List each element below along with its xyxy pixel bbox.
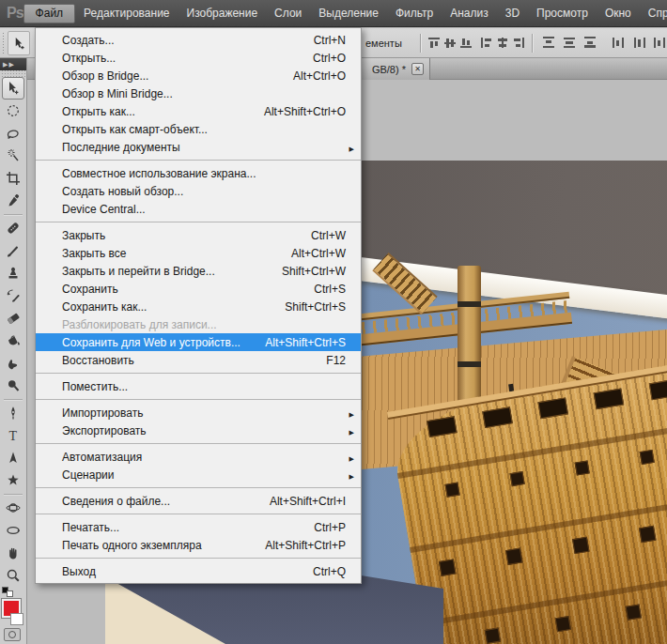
file-menu-item[interactable]: Последние документы — [36, 138, 361, 156]
healing-brush-tool[interactable] — [0, 217, 26, 239]
menubar-item[interactable]: Окно — [597, 4, 640, 23]
file-menu-item[interactable]: Сохранить Ctrl+S — [36, 280, 361, 298]
show-controls-label-fragment: ементы — [365, 38, 402, 49]
smudge-tool[interactable] — [0, 352, 26, 375]
distribute-vertical-centers-icon[interactable] — [563, 37, 576, 49]
pen-tool[interactable] — [0, 402, 26, 424]
quick-mask-button[interactable] — [4, 628, 21, 641]
file-menu-item[interactable]: Создать... Ctrl+N — [36, 31, 361, 49]
file-menu-item[interactable]: Сохранить для Web и устройств... Alt+Shi… — [36, 333, 361, 351]
file-menu-item[interactable]: Восстановить F12 — [36, 351, 361, 369]
submenu-arrow-icon — [346, 141, 354, 154]
file-menu-item[interactable]: Сценарии — [36, 466, 361, 483]
lasso-tool[interactable] — [0, 122, 26, 145]
options-separator — [532, 34, 533, 53]
file-menu-item[interactable]: Автоматизация — [36, 448, 361, 466]
menubar-item[interactable]: Слои — [266, 4, 310, 23]
menubar-item[interactable]: Просмотр — [528, 4, 597, 23]
file-menu-item[interactable]: Закрыть Ctrl+W — [36, 226, 361, 244]
zoom-tool[interactable] — [0, 564, 26, 587]
file-menu-item[interactable]: Сведения о файле... Alt+Shift+Ctrl+I — [36, 492, 361, 510]
file-menu-item[interactable]: Совместное использование экрана... — [36, 164, 361, 182]
file-menu-item[interactable]: Экспортировать — [36, 422, 361, 439]
menu-separator — [36, 373, 361, 374]
file-menu-item[interactable]: Поместить... — [36, 377, 361, 395]
align-bottom-edges-icon[interactable] — [459, 37, 473, 49]
distribute-horizontal-centers-icon[interactable] — [633, 37, 646, 49]
menu-separator — [36, 222, 361, 222]
menubar-item[interactable]: Спр — [640, 4, 667, 23]
file-menu-item[interactable]: Обзор в Bridge... Alt+Ctrl+O — [36, 67, 361, 84]
align-vertical-centers-icon[interactable] — [443, 37, 457, 49]
custom-shape-tool[interactable] — [0, 469, 26, 492]
align-right-edges-icon[interactable] — [512, 37, 525, 49]
path-selection-tool[interactable] — [0, 447, 26, 469]
file-menu-item[interactable]: Выход Ctrl+Q — [36, 562, 361, 580]
file-menu-item[interactable]: Device Central... — [36, 200, 361, 218]
file-menu-item[interactable]: Закрыть все Alt+Ctrl+W — [36, 244, 361, 262]
menubar: Ps Файл Редактирование Изображение Слои … — [0, 0, 667, 27]
clone-stamp-tool[interactable] — [0, 262, 26, 284]
3d-orbit-tool[interactable] — [0, 519, 26, 542]
file-menu-dropdown: Создать... Ctrl+N Открыть... Ctrl+O Обзо… — [35, 27, 362, 584]
align-horizontal-centers-icon[interactable] — [496, 37, 509, 49]
collapse-panel-icon[interactable] — [0, 58, 26, 70]
file-menu-item[interactable]: Сохранить как... Shift+Ctrl+S — [36, 298, 361, 315]
move-tool-icon — [12, 37, 26, 51]
tool-preset-picker[interactable] — [8, 31, 30, 55]
distribute-left-edges-icon[interactable] — [613, 37, 626, 49]
dodge-tool[interactable] — [0, 375, 26, 397]
menubar-item[interactable]: Анализ — [442, 4, 497, 23]
file-menu-item[interactable]: Обзор в Mini Bridge... — [36, 84, 361, 102]
move-tool[interactable] — [2, 77, 24, 100]
file-menu-items: Создать... Ctrl+N Открыть... Ctrl+O Обзо… — [36, 31, 361, 580]
panel-grip-icon — [0, 70, 26, 77]
menubar-item[interactable]: Выделение — [310, 4, 387, 23]
file-menu-item[interactable]: Печатать... Ctrl+P — [36, 518, 361, 536]
file-menu-item[interactable]: Импортировать — [36, 404, 361, 422]
close-icon[interactable]: ✕ — [411, 63, 424, 75]
crop-tool[interactable] — [0, 167, 26, 190]
type-tool[interactable]: T — [0, 424, 26, 447]
align-top-edges-icon[interactable] — [427, 37, 441, 49]
default-colors-icon[interactable] — [2, 587, 14, 597]
history-brush-tool[interactable] — [0, 284, 26, 307]
marquee-tool[interactable] — [0, 100, 26, 122]
hand-tool[interactable] — [0, 542, 26, 564]
menu-separator — [36, 443, 361, 444]
options-separator — [420, 34, 421, 53]
distribute-bottom-edges-icon[interactable] — [583, 37, 597, 49]
file-menu-item[interactable]: Открыть как смарт-объект... — [36, 120, 361, 138]
submenu-arrow-icon — [346, 468, 354, 482]
menubar-item[interactable]: Файл — [23, 4, 76, 23]
file-menu-item[interactable]: Создать новый обзор... — [36, 182, 361, 200]
background-color-swatch[interactable] — [10, 613, 23, 625]
menubar-items: Файл Редактирование Изображение Слои Выд… — [23, 0, 667, 27]
brush-tool[interactable] — [0, 239, 26, 262]
document-tab-title: GB/8) * — [372, 64, 406, 75]
photoshop-logo: Ps — [7, 5, 23, 22]
distribute-right-edges-icon[interactable] — [654, 37, 667, 49]
3d-rotate-tool[interactable] — [0, 497, 26, 519]
file-menu-item[interactable]: Разблокировать для записи... — [36, 315, 361, 333]
eyedropper-tool[interactable] — [0, 190, 26, 212]
menu-separator — [36, 160, 361, 161]
menubar-item[interactable]: Редактирование — [75, 4, 178, 23]
menubar-item[interactable]: Изображение — [178, 4, 267, 23]
file-menu-item[interactable]: Открыть... Ctrl+O — [36, 49, 361, 67]
magic-wand-tool[interactable] — [0, 145, 26, 167]
menubar-item[interactable]: 3D — [497, 4, 528, 23]
file-menu-item[interactable]: Закрыть и перейти в Bridge... Shift+Ctrl… — [36, 262, 361, 280]
photoshop-window: GB/8) * ✕ ементы — [0, 0, 667, 644]
distribute-top-edges-icon[interactable] — [542, 37, 555, 49]
align-left-edges-icon[interactable] — [480, 37, 493, 49]
submenu-arrow-icon — [346, 424, 354, 437]
paint-bucket-tool[interactable] — [0, 330, 26, 352]
menubar-item[interactable]: Фильтр — [387, 4, 442, 23]
svg-text:T: T — [9, 429, 18, 443]
panel-grip-icon — [2, 32, 6, 54]
file-menu-item[interactable]: Открыть как... Alt+Shift+Ctrl+O — [36, 102, 361, 120]
file-menu-item[interactable]: Печать одного экземпляра Alt+Shift+Ctrl+… — [36, 536, 361, 554]
eraser-tool[interactable] — [0, 307, 26, 330]
menu-separator — [36, 399, 361, 400]
